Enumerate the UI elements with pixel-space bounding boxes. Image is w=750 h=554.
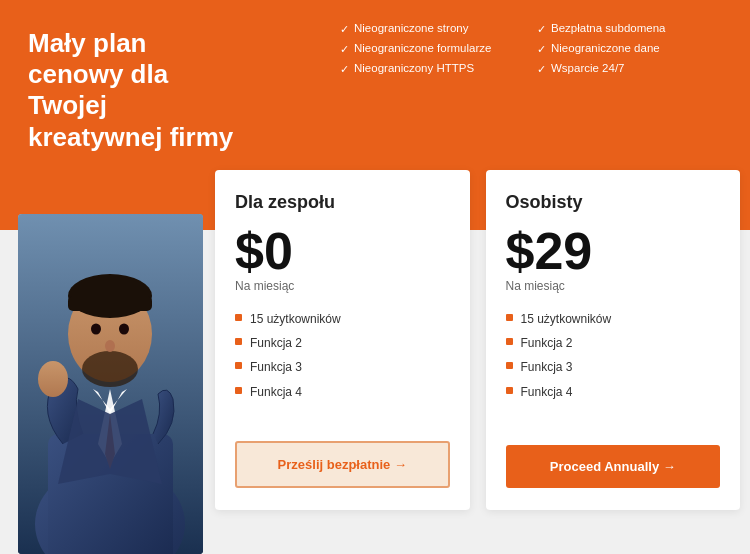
page-wrapper: Mały plan cenowy dla Twojej kreatywnej f… [0, 0, 750, 554]
feature-item-1: ✓ Nieograniczone strony [340, 22, 537, 36]
feature-label-5: Nieograniczone dane [551, 42, 660, 54]
person-image [18, 214, 203, 554]
card-button-team[interactable]: Prześlij bezpłatnie → [235, 441, 450, 488]
feature-text: Funkcja 3 [250, 359, 302, 375]
check-icon-2: ✓ [340, 43, 349, 56]
card-feature-team-2: Funkcja 2 [235, 335, 450, 351]
card-period-team: Na miesiąc [235, 279, 450, 293]
pricing-card-team: Dla zespołu $0 Na miesiąc 15 użytkownikó… [215, 170, 470, 510]
feature-text: Funkcja 4 [250, 384, 302, 400]
check-icon: ✓ [340, 23, 349, 36]
feature-item-4: ✓ Bezpłatna subdomena [537, 22, 734, 36]
bullet-icon [235, 362, 242, 369]
card-features-personal: 15 użytkowników Funkcja 2 Funkcja 3 Funk… [506, 311, 721, 425]
bullet-icon [506, 314, 513, 321]
hero-title: Mały plan cenowy dla Twojej kreatywnej f… [28, 28, 248, 153]
feature-label-4: Bezpłatna subdomena [551, 22, 665, 34]
card-title-personal: Osobisty [506, 192, 721, 213]
features-area: ✓ Nieograniczone strony ✓ Nieograniczone… [340, 22, 734, 76]
card-period-personal: Na miesiąc [506, 279, 721, 293]
feature-label-6: Wsparcie 24/7 [551, 62, 625, 74]
feature-text: Funkcja 2 [521, 335, 573, 351]
check-icon-4: ✓ [537, 23, 546, 36]
card-button-personal[interactable]: Proceed Annually → [506, 445, 721, 488]
card-feature-team-4: Funkcja 4 [235, 384, 450, 400]
bullet-icon [235, 387, 242, 394]
card-title-team: Dla zespołu [235, 192, 450, 213]
card-feature-personal-1: 15 użytkowników [506, 311, 721, 327]
check-icon-6: ✓ [537, 63, 546, 76]
card-feature-personal-4: Funkcja 4 [506, 384, 721, 400]
features-col-right: ✓ Bezpłatna subdomena ✓ Nieograniczone d… [537, 22, 734, 76]
check-icon-3: ✓ [340, 63, 349, 76]
feature-item-3: ✓ Nieograniczony HTTPS [340, 62, 537, 76]
feature-item-2: ✓ Nieograniczone formularze [340, 42, 537, 56]
feature-item-6: ✓ Wsparcie 24/7 [537, 62, 734, 76]
feature-text: 15 użytkowników [250, 311, 341, 327]
bullet-icon [235, 338, 242, 345]
card-price-team: $0 [235, 225, 450, 277]
feature-label-3: Nieograniczony HTTPS [354, 62, 474, 74]
svg-point-12 [38, 361, 68, 397]
feature-label-1: Nieograniczone strony [354, 22, 468, 34]
feature-text: Funkcja 2 [250, 335, 302, 351]
svg-point-8 [82, 351, 138, 387]
card-feature-team-3: Funkcja 3 [235, 359, 450, 375]
cards-container: Dla zespołu $0 Na miesiąc 15 użytkownikó… [215, 170, 740, 510]
bullet-icon [506, 387, 513, 394]
bullet-icon [506, 362, 513, 369]
card-feature-personal-2: Funkcja 2 [506, 335, 721, 351]
feature-text: Funkcja 3 [521, 359, 573, 375]
card-price-personal: $29 [506, 225, 721, 277]
features-col-left: ✓ Nieograniczone strony ✓ Nieograniczone… [340, 22, 537, 76]
person-silhouette [18, 214, 203, 554]
card-features-team: 15 użytkowników Funkcja 2 Funkcja 3 Funk… [235, 311, 450, 421]
svg-point-11 [105, 340, 115, 352]
pricing-card-personal: Osobisty $29 Na miesiąc 15 użytkowników … [486, 170, 741, 510]
bullet-icon [235, 314, 242, 321]
svg-point-9 [91, 324, 101, 335]
feature-item-5: ✓ Nieograniczone dane [537, 42, 734, 56]
feature-text: 15 użytkowników [521, 311, 612, 327]
feature-label-2: Nieograniczone formularze [354, 42, 491, 54]
svg-rect-7 [68, 296, 152, 311]
card-feature-personal-3: Funkcja 3 [506, 359, 721, 375]
feature-text: Funkcja 4 [521, 384, 573, 400]
card-feature-team-1: 15 użytkowników [235, 311, 450, 327]
bullet-icon [506, 338, 513, 345]
check-icon-5: ✓ [537, 43, 546, 56]
svg-point-10 [119, 324, 129, 335]
